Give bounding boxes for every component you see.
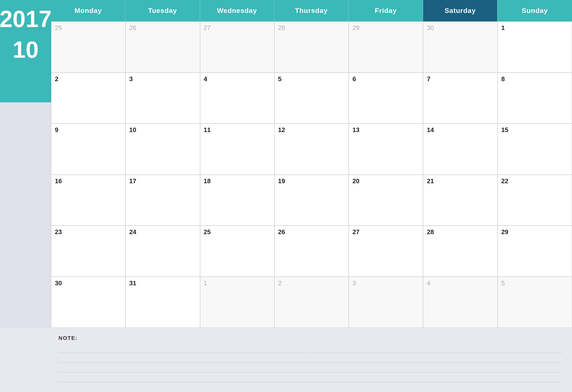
day-header-monday: Monday [51, 0, 126, 21]
day-headers: MondayTuesdayWednesdayThursdayFridaySatu… [51, 0, 572, 21]
calendar-cell[interactable]: 15 [498, 124, 572, 175]
cell-day-number: 22 [501, 177, 508, 185]
calendar-cell[interactable]: 19 [274, 175, 349, 226]
cell-day-number: 26 [278, 228, 285, 235]
cell-day-number: 14 [427, 126, 434, 134]
day-header-friday: Friday [349, 0, 423, 21]
calendar-cell[interactable]: 23 [51, 226, 126, 277]
calendar-cell[interactable]: 3 [126, 73, 200, 124]
calendar-wrapper: 2017 10 October MondayTuesdayWednesdayTh… [0, 0, 572, 328]
calendar-cell[interactable]: 20 [349, 175, 423, 226]
cell-day-number: 30 [55, 280, 62, 287]
cell-day-number: 3 [352, 280, 356, 287]
sidebar-month-number: 10 [13, 38, 39, 61]
cell-day-number: 1 [501, 24, 505, 31]
day-header-thursday: Thursday [274, 0, 349, 21]
cell-day-number: 9 [55, 126, 58, 134]
calendar-cell[interactable]: 5 [274, 73, 349, 124]
cell-day-number: 24 [129, 228, 136, 235]
calendar-cell[interactable]: 1 [498, 21, 572, 73]
calendar-cell[interactable]: 14 [423, 124, 497, 175]
calendar-cell[interactable]: 13 [349, 124, 423, 175]
cell-day-number: 18 [204, 177, 211, 185]
cell-day-number: 5 [278, 75, 282, 83]
note-line[interactable] [59, 363, 562, 373]
calendar-cell[interactable]: 5 [498, 277, 572, 328]
calendar-cell[interactable]: 9 [51, 124, 126, 175]
day-header-sunday: Sunday [498, 0, 572, 21]
cell-day-number: 12 [278, 126, 285, 134]
calendar-cell[interactable]: 12 [274, 124, 349, 175]
calendar-cell[interactable]: 31 [126, 277, 200, 328]
cell-day-number: 29 [501, 228, 508, 235]
day-header-saturday: Saturday [423, 0, 497, 21]
calendar-page: 2017 10 October MondayTuesdayWednesdayTh… [0, 0, 572, 392]
calendar-cell[interactable]: 8 [498, 73, 572, 124]
cell-day-number: 28 [278, 24, 285, 31]
cell-day-number: 26 [129, 24, 136, 31]
cell-day-number: 17 [129, 177, 136, 185]
note-line[interactable] [59, 353, 562, 363]
cell-day-number: 1 [204, 280, 207, 287]
calendar-cell[interactable]: 29 [498, 226, 572, 277]
note-lines [59, 343, 562, 382]
cell-day-number: 20 [352, 177, 360, 185]
calendar-cell[interactable]: 16 [51, 175, 126, 226]
cell-day-number: 31 [129, 280, 136, 287]
calendar-cell[interactable]: 28 [274, 21, 349, 73]
calendar-cell[interactable]: 27 [349, 226, 423, 277]
cell-day-number: 23 [55, 228, 62, 235]
calendar-cell[interactable]: 11 [200, 124, 274, 175]
calendar-cell[interactable]: 2 [274, 277, 349, 328]
cell-day-number: 7 [427, 75, 430, 83]
cell-day-number: 3 [129, 75, 133, 83]
calendar-cell[interactable]: 25 [51, 21, 126, 73]
calendar-cell[interactable]: 4 [423, 277, 497, 328]
calendar-cell[interactable]: 21 [423, 175, 497, 226]
cell-day-number: 15 [501, 126, 508, 134]
calendar-cell[interactable]: 26 [274, 226, 349, 277]
calendar-cell[interactable]: 18 [200, 175, 274, 226]
note-line[interactable] [59, 373, 562, 382]
calendar-cell[interactable]: 29 [349, 21, 423, 73]
day-header-wednesday: Wednesday [200, 0, 274, 21]
calendar-cell[interactable]: 7 [423, 73, 497, 124]
cell-day-number: 27 [204, 24, 211, 31]
calendar-cell[interactable]: 24 [126, 226, 200, 277]
calendar-cell[interactable]: 27 [200, 21, 274, 73]
calendar-main: MondayTuesdayWednesdayThursdayFridaySatu… [51, 0, 572, 328]
calendar-cell[interactable]: 17 [126, 175, 200, 226]
calendar-cell[interactable]: 10 [126, 124, 200, 175]
sidebar-month-name: October [1, 76, 50, 91]
cell-day-number: 2 [278, 280, 282, 287]
cell-day-number: 2 [55, 75, 58, 83]
cell-day-number: 21 [427, 177, 434, 185]
cell-day-number: 4 [204, 75, 207, 83]
calendar-cell[interactable]: 30 [423, 21, 497, 73]
cell-day-number: 25 [55, 24, 62, 31]
calendar-cell[interactable]: 25 [200, 226, 274, 277]
cell-day-number: 6 [352, 75, 356, 83]
calendar-cell[interactable]: 26 [126, 21, 200, 73]
note-label: NOTE: [59, 335, 562, 341]
calendar-cell[interactable]: 4 [200, 73, 274, 124]
note-line[interactable] [59, 343, 562, 353]
calendar-cell[interactable]: 22 [498, 175, 572, 226]
cell-day-number: 16 [55, 177, 62, 185]
cell-day-number: 28 [427, 228, 434, 235]
cell-day-number: 13 [352, 126, 360, 134]
sidebar-year: 2017 [0, 7, 52, 31]
calendar-cell[interactable]: 2 [51, 73, 126, 124]
calendar-cell[interactable]: 6 [349, 73, 423, 124]
calendar-cell[interactable]: 28 [423, 226, 497, 277]
cell-day-number: 5 [501, 280, 505, 287]
cell-day-number: 10 [129, 126, 136, 134]
calendar-cell[interactable]: 30 [51, 277, 126, 328]
notes-section: NOTE: [0, 328, 572, 392]
calendar-cell[interactable]: 3 [349, 277, 423, 328]
cell-day-number: 30 [427, 24, 434, 31]
cell-day-number: 4 [427, 280, 430, 287]
calendar-cell[interactable]: 1 [200, 277, 274, 328]
day-header-tuesday: Tuesday [126, 0, 200, 21]
cell-day-number: 19 [278, 177, 285, 185]
